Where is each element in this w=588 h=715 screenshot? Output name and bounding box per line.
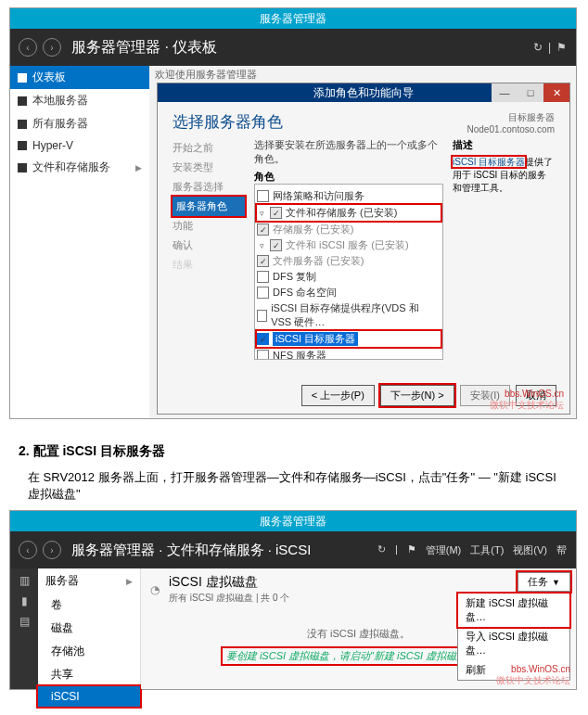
sub-nav: 服务器▶ 卷 磁盘 存储池 共享 iSCSI bbox=[38, 568, 141, 689]
flag-icon[interactable]: ⚑ bbox=[556, 41, 567, 54]
close-button[interactable]: ✕ bbox=[543, 83, 569, 102]
minimize-button[interactable]: — bbox=[492, 83, 518, 102]
desc-link: iSCSI 目标服务器 bbox=[453, 157, 525, 167]
step-confirm[interactable]: 确认 bbox=[173, 236, 245, 255]
checkbox[interactable] bbox=[257, 190, 269, 202]
watermark: 微软中文技术论坛 bbox=[496, 674, 570, 687]
rail-icon[interactable]: ▥ bbox=[19, 574, 30, 587]
menu-tools[interactable]: 工具(T) bbox=[470, 543, 504, 557]
checkbox[interactable] bbox=[257, 287, 269, 299]
app-title: 服务器管理器 bbox=[260, 12, 326, 25]
subnav-vol[interactable]: 卷 bbox=[38, 594, 140, 617]
roles-label: 角色 bbox=[254, 170, 443, 184]
app-title: 服务器管理器 bbox=[260, 515, 326, 528]
subnav-share[interactable]: 共享 bbox=[38, 663, 140, 686]
task-import[interactable]: 导入 iSCSI 虚拟磁盘… bbox=[458, 627, 569, 660]
wizard-titlebar: 添加角色和功能向导 — □ ✕ bbox=[158, 83, 569, 102]
step-server[interactable]: 服务器选择 bbox=[173, 177, 245, 197]
menu-manage[interactable]: 管理(M) bbox=[426, 543, 462, 557]
checkbox[interactable] bbox=[257, 333, 269, 345]
nav-fwd-icon[interactable]: › bbox=[43, 38, 61, 57]
breadcrumb: 服务器管理器 · 文件和存储服务 · iSCSI bbox=[71, 542, 311, 559]
disk-icon: ◔ bbox=[150, 583, 160, 596]
nav-local[interactable]: 本地服务器 bbox=[10, 89, 149, 112]
maximize-button[interactable]: □ bbox=[518, 83, 543, 102]
left-rail: ▥ ▮ ▤ bbox=[10, 568, 38, 689]
step-type[interactable]: 安装类型 bbox=[173, 158, 245, 177]
rail-icon[interactable]: ▮ bbox=[21, 594, 28, 607]
menu-help[interactable]: 帮 bbox=[556, 543, 567, 557]
task-new[interactable]: 新建 iSCSI 虚拟磁盘… bbox=[458, 594, 569, 627]
checkbox[interactable] bbox=[257, 255, 269, 267]
divider: | bbox=[548, 41, 551, 54]
nav-file[interactable]: 文件和存储服务▶ bbox=[10, 156, 149, 179]
chevron-down-icon: ▼ bbox=[552, 578, 560, 587]
wizard-instruction: 选择要安装在所选服务器上的一个或多个角色。 bbox=[254, 138, 443, 166]
checkbox[interactable] bbox=[270, 239, 282, 251]
hint-link[interactable]: 要创建 iSCSI 虚拟磁盘，请启动"新建 iSCSI 虚拟磁盘"向导 bbox=[223, 648, 494, 664]
subnav-header[interactable]: 服务器▶ bbox=[38, 568, 140, 594]
desc-label: 描述 bbox=[453, 138, 555, 152]
menu-view[interactable]: 视图(V) bbox=[513, 543, 547, 557]
roles-tree[interactable]: 网络策略和访问服务 ▿文件和存储服务 (已安装) 存储服务 (已安装) ▿文件和… bbox=[254, 184, 443, 360]
header-band: ‹ › 服务器管理器 · 文件和存储服务 · iSCSI ↻|⚑ 管理(M) 工… bbox=[10, 531, 576, 568]
prev-button[interactable]: < 上一步(P) bbox=[301, 385, 375, 406]
checkbox[interactable] bbox=[257, 310, 267, 322]
refresh-icon[interactable]: ↻ bbox=[533, 41, 543, 54]
step-before[interactable]: 开始之前 bbox=[173, 138, 245, 158]
watermark: bbs.WinOS.cn bbox=[490, 389, 564, 399]
doc-step-title: 2. 配置 iSCSI 目标服务器 bbox=[19, 443, 569, 460]
app-titlebar: 服务器管理器 bbox=[10, 8, 576, 29]
next-button[interactable]: 下一步(N) > bbox=[380, 385, 454, 406]
header-band: ‹ › 服务器管理器 · 仪表板 ↻ | ⚑ bbox=[10, 29, 576, 66]
nav-back-icon[interactable]: ‹ bbox=[19, 38, 37, 57]
dest-label: 目标服务器 bbox=[467, 111, 555, 124]
screenshot-1: 服务器管理器 ‹ › 服务器管理器 · 仪表板 ↻ | ⚑ 仪表板 本地服务器 … bbox=[9, 7, 577, 419]
nav-hyperv[interactable]: Hyper-V bbox=[10, 135, 149, 156]
subnav-disk[interactable]: 磁盘 bbox=[38, 617, 140, 640]
step-results: 结果 bbox=[173, 255, 245, 275]
panel-subtitle: 所有 iSCSI 虚拟磁盘 | 共 0 个 bbox=[169, 593, 289, 603]
subnav-iscsi[interactable]: iSCSI bbox=[38, 686, 140, 707]
wizard-dialog: 添加角色和功能向导 — □ ✕ 目标服务器 Node01.contoso.com… bbox=[157, 83, 570, 415]
panel-title: iSCSI 虚拟磁盘 bbox=[169, 574, 258, 589]
left-nav: 仪表板 本地服务器 所有服务器 Hyper-V 文件和存储服务▶ bbox=[10, 66, 149, 418]
breadcrumb: 服务器管理器 · 仪表板 bbox=[71, 38, 217, 57]
main-panel: ◔ iSCSI 虚拟磁盘 所有 iSCSI 虚拟磁盘 | 共 0 个 任务 ▼ … bbox=[141, 568, 576, 689]
nav-dashboard[interactable]: 仪表板 bbox=[10, 66, 149, 89]
dest-value: Node01.contoso.com bbox=[467, 124, 555, 134]
tasks-button[interactable]: 任务 ▼ bbox=[518, 572, 570, 592]
watermark: 微软中文技术论坛 bbox=[490, 399, 564, 412]
nav-all[interactable]: 所有服务器 bbox=[10, 112, 149, 135]
nav-fwd-icon[interactable]: › bbox=[43, 541, 61, 559]
nav-back-icon[interactable]: ‹ bbox=[19, 541, 37, 559]
screenshot-2: 服务器管理器 ‹ › 服务器管理器 · 文件和存储服务 · iSCSI ↻|⚑ … bbox=[9, 510, 577, 690]
wizard-steps: 开始之前 安装类型 服务器选择 服务器角色 功能 确认 结果 bbox=[173, 138, 245, 360]
checkbox[interactable] bbox=[270, 207, 282, 219]
checkbox[interactable] bbox=[257, 223, 269, 236]
step-roles[interactable]: 服务器角色 bbox=[173, 197, 245, 216]
watermark: bbs.WinOS.cn bbox=[496, 664, 570, 674]
subnav-pool[interactable]: 存储池 bbox=[38, 640, 140, 663]
doc-step-body: 在 SRV2012 服务器上面，打开服务器管理器—文件和存储服务—iSCSI，点… bbox=[28, 469, 560, 503]
app-titlebar: 服务器管理器 bbox=[10, 511, 576, 531]
step-features[interactable]: 功能 bbox=[173, 216, 245, 236]
checkbox[interactable] bbox=[257, 271, 269, 283]
rail-icon[interactable]: ▤ bbox=[19, 615, 30, 628]
checkbox[interactable] bbox=[257, 350, 269, 360]
